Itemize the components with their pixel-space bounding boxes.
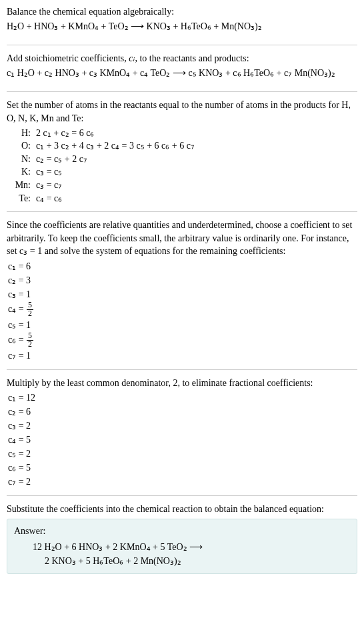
intro-text-a: Add stoichiometric coefficients, [7,53,129,63]
answer-label: Answer: [14,525,350,538]
section-add-coeffs: Add stoichiometric coefficients, cᵢ, to … [7,52,357,92]
fraction-den: 2 [27,310,33,318]
fraction: 52 [27,332,33,349]
answer-box: Answer: 12 H₂O + 6 HNO₃ + 2 KMnO₄ + 5 Te… [7,519,357,575]
coef-prefix: c₆ = [8,334,26,344]
coeff-equation: c₁ H₂O + c₂ HNO₃ + c₃ KMnO₄ + c₄ TeO₂ ⟶ … [7,67,357,80]
coef-line: c₂ = 6 [8,405,357,419]
element-label: K: [11,165,31,179]
element-equation: c₄ = c₆ [36,192,62,205]
coef-line: c₇ = 1 [8,349,357,363]
section-solve-initial: Since the coefficients are relative quan… [7,219,357,369]
coef-line: c₆ = 5 [8,461,357,475]
element-equation: c₂ = c₅ + 2 c₇ [36,153,87,166]
coef-line: c₄ = 5 [8,433,357,447]
coef-line: c₅ = 1 [8,318,357,332]
element-label: N: [11,153,31,166]
section-multiply: Multiply by the least common denominator… [7,377,357,497]
section-answer: Substitute the coefficients into the che… [7,503,357,574]
element-label: Mn: [11,179,31,192]
element-equation: c₃ = c₇ [36,179,62,192]
solve-intro: Since the coefficients are relative quan… [7,219,357,258]
coefficient-list-final: c₁ = 12 c₂ = 6 c₃ = 2 c₄ = 5 c₅ = 2 c₆ =… [8,391,357,489]
element-label: O: [11,139,31,153]
table-row: H: 2 c₁ + c₂ = 6 c₆ [11,127,357,140]
intro-text-b: , to the reactants and products: [135,53,249,63]
coef-prefix: c₄ = [8,304,26,314]
table-row: Te: c₄ = c₆ [11,192,357,205]
coef-line: c₁ = 12 [8,391,357,405]
coef-line: c₃ = 2 [8,419,357,433]
coefficient-list: c₁ = 6 c₂ = 3 c₃ = 1 c₄ = 52 c₅ = 1 c₆ =… [8,259,357,363]
balanced-equation-line1: 12 H₂O + 6 HNO₃ + 2 KMnO₄ + 5 TeO₂ ⟶ [33,540,350,554]
balanced-equation: 12 H₂O + 6 HNO₃ + 2 KMnO₄ + 5 TeO₂ ⟶ 2 K… [33,540,350,568]
unbalanced-equation: H₂O + HNO₃ + KMnO₄ + TeO₂ ⟶ KNO₃ + H₆TeO… [7,20,357,33]
table-row: Mn: c₃ = c₇ [11,179,357,192]
element-label: Te: [11,192,31,205]
section-problem: Balance the chemical equation algebraica… [7,5,357,45]
coef-line: c₆ = 52 [8,332,357,349]
add-coeffs-intro: Add stoichiometric coefficients, cᵢ, to … [7,52,357,65]
element-equation: c₁ + 3 c₂ + 4 c₃ + 2 c₄ = 3 c₅ + 6 c₆ + … [36,139,195,153]
fraction: 52 [27,301,33,318]
element-label: H: [11,127,31,140]
substitute-intro: Substitute the coefficients into the che… [7,503,357,516]
coef-line: c₇ = 2 [8,475,357,489]
coef-line: c₁ = 6 [8,259,357,273]
balanced-equation-line2: 2 KNO₃ + 5 H₆TeO₆ + 2 Mn(NO₃)₂ [45,554,350,568]
fraction-den: 2 [27,341,33,349]
problem-intro: Balance the chemical equation algebraica… [7,5,357,19]
coef-line: c₃ = 1 [8,287,357,301]
multiply-intro: Multiply by the least common denominator… [7,377,357,390]
table-row: K: c₃ = c₅ [11,165,357,179]
element-equation: c₃ = c₅ [36,165,62,179]
atom-balance-intro: Set the number of atoms in the reactants… [7,99,357,125]
section-atom-balance: Set the number of atoms in the reactants… [7,99,357,212]
coef-line: c₂ = 3 [8,273,357,287]
atom-balance-table: H: 2 c₁ + c₂ = 6 c₆ O: c₁ + 3 c₂ + 4 c₃ … [11,127,357,205]
coef-line: c₅ = 2 [8,447,357,461]
table-row: O: c₁ + 3 c₂ + 4 c₃ + 2 c₄ = 3 c₅ + 6 c₆… [11,139,357,153]
table-row: N: c₂ = c₅ + 2 c₇ [11,153,357,166]
element-equation: 2 c₁ + c₂ = 6 c₆ [36,127,94,140]
coef-line: c₄ = 52 [8,301,357,318]
